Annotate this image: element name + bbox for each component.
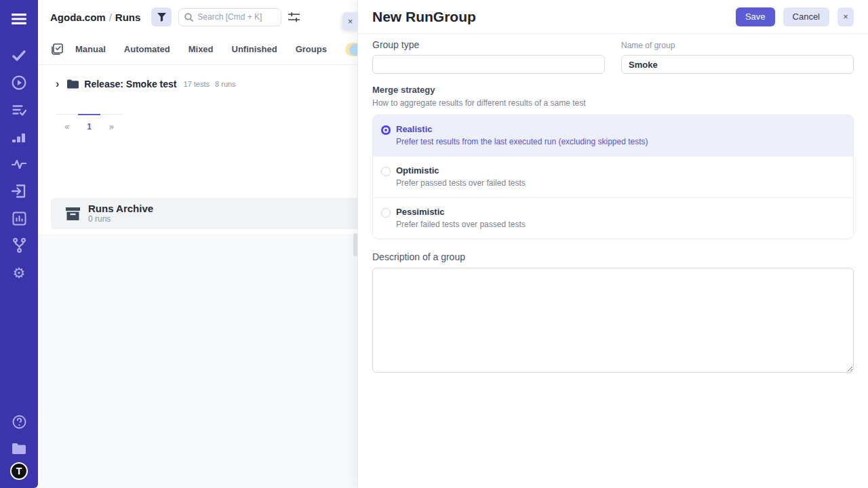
group-type-input[interactable]: [372, 55, 605, 74]
milestones-steps-icon[interactable]: [0, 123, 38, 150]
tab-unfinished[interactable]: Unfinished: [232, 44, 277, 54]
option-realistic[interactable]: Realistic Prefer test results from the l…: [373, 115, 853, 157]
merge-strategy-hint: How to aggregate results for different r…: [372, 98, 854, 108]
option-realistic-title: Realistic: [396, 124, 648, 134]
drawer-body: Group type Name of group Merge strategy …: [358, 34, 868, 375]
app-root: ⚙ T Agoda.com/Runs: [0, 0, 868, 488]
pagination: « 1 »: [56, 114, 123, 131]
run-group-title[interactable]: Release: Smoke test: [84, 79, 176, 89]
new-rungroup-drawer: × New RunGroup Save Cancel × Group type …: [357, 0, 868, 488]
select-all-checkbox-icon[interactable]: [52, 43, 63, 55]
search-icon: [184, 13, 193, 22]
breadcrumb-separator: /: [106, 12, 115, 23]
cancel-button[interactable]: Cancel: [783, 7, 829, 26]
archive-title: Runs Archive: [88, 203, 153, 215]
reports-bar-chart-icon[interactable]: [0, 205, 38, 232]
tab-manual[interactable]: Manual: [75, 44, 106, 54]
name-of-group-label: Name of group: [621, 41, 854, 50]
top-fields-grid: Group type Name of group: [372, 39, 854, 74]
merge-strategy-label: Merge strategy: [372, 85, 854, 95]
clipped-filter-badge[interactable]: [349, 44, 357, 56]
main-sidebar: ⚙ T: [0, 0, 38, 488]
description-label: Description of a group: [372, 251, 854, 262]
description-textarea[interactable]: [372, 268, 854, 373]
chevron-right-icon[interactable]: ›: [56, 79, 59, 89]
option-pessimistic-description: Prefer failed tests over passed tests: [396, 220, 526, 229]
drawer-close-tab-button[interactable]: ×: [342, 12, 358, 30]
runs-play-circle-icon[interactable]: [0, 69, 38, 96]
pagination-next[interactable]: »: [100, 114, 123, 131]
breadcrumb: Agoda.com/Runs: [50, 12, 140, 23]
filter-button[interactable]: [151, 7, 172, 26]
option-pessimistic[interactable]: Pessimistic Prefer failed tests over pas…: [373, 198, 853, 239]
search-box: [178, 8, 281, 26]
settings-gear-icon[interactable]: ⚙: [0, 259, 38, 286]
group-type-label: Group type: [372, 39, 605, 50]
funnel-icon: [157, 13, 166, 22]
plans-checklist-icon[interactable]: [0, 96, 38, 123]
radio-unselected-icon[interactable]: [381, 167, 391, 176]
archive-box-icon: [66, 207, 80, 220]
name-of-group-field: Name of group: [621, 39, 854, 74]
panel-lower-area: [38, 234, 357, 488]
drawer-title: New RunGroup: [372, 9, 736, 25]
close-button[interactable]: ×: [837, 7, 854, 26]
option-optimistic-title: Optimistic: [396, 165, 526, 176]
option-optimistic[interactable]: Optimistic Prefer passed tests over fail…: [373, 157, 853, 198]
group-type-field: Group type: [372, 39, 605, 74]
folder-icon: [67, 79, 79, 89]
hamburger-menu-icon[interactable]: [0, 5, 38, 33]
radio-unselected-icon[interactable]: [381, 208, 391, 218]
radio-selected-icon[interactable]: [381, 125, 391, 135]
option-optimistic-description: Prefer passed tests over failed tests: [396, 178, 526, 188]
help-icon[interactable]: [0, 408, 38, 435]
name-of-group-input[interactable]: [621, 55, 854, 74]
archive-count: 0 runs: [88, 214, 153, 224]
tests-check-icon[interactable]: [0, 42, 38, 69]
option-realistic-description: Prefer test results from the last execut…: [396, 137, 648, 146]
projects-folder-icon[interactable]: [0, 435, 38, 462]
pagination-prev[interactable]: «: [56, 114, 78, 131]
save-button[interactable]: Save: [736, 7, 775, 26]
user-avatar[interactable]: T: [10, 462, 28, 480]
pagination-page-1[interactable]: 1: [78, 114, 100, 131]
runs-filter-tabs: Manual Automated Mixed Unfinished Groups…: [38, 34, 357, 65]
runs-archive-row[interactable]: Runs Archive 0 runs: [51, 198, 357, 229]
drawer-header: New RunGroup Save Cancel ×: [358, 0, 868, 34]
tab-mixed[interactable]: Mixed: [189, 44, 214, 54]
view-settings-sliders-icon[interactable]: [288, 12, 300, 22]
runs-header: Agoda.com/Runs: [38, 0, 357, 34]
runs-list-panel: Agoda.com/Runs Manual Automat: [38, 0, 357, 488]
option-pessimistic-title: Pessimistic: [396, 207, 526, 217]
import-icon[interactable]: [0, 178, 38, 205]
tab-automated[interactable]: Automated: [124, 44, 170, 54]
breadcrumb-section: Runs: [115, 12, 141, 23]
merge-strategy-options: Realistic Prefer test results from the l…: [372, 115, 854, 239]
run-group-tests-count: 17 tests: [184, 80, 210, 88]
breadcrumb-project[interactable]: Agoda.com: [50, 12, 106, 23]
search-input[interactable]: [197, 12, 272, 22]
tab-groups[interactable]: Groups: [296, 44, 327, 54]
run-group-row[interactable]: › Release: Smoke test 17 tests 8 runs: [38, 65, 357, 89]
branches-git-fork-icon[interactable]: [0, 232, 38, 259]
drawer-resize-handle[interactable]: [353, 233, 357, 256]
run-group-runs-count: 8 runs: [215, 80, 236, 88]
analytics-pulse-icon[interactable]: [0, 150, 38, 178]
